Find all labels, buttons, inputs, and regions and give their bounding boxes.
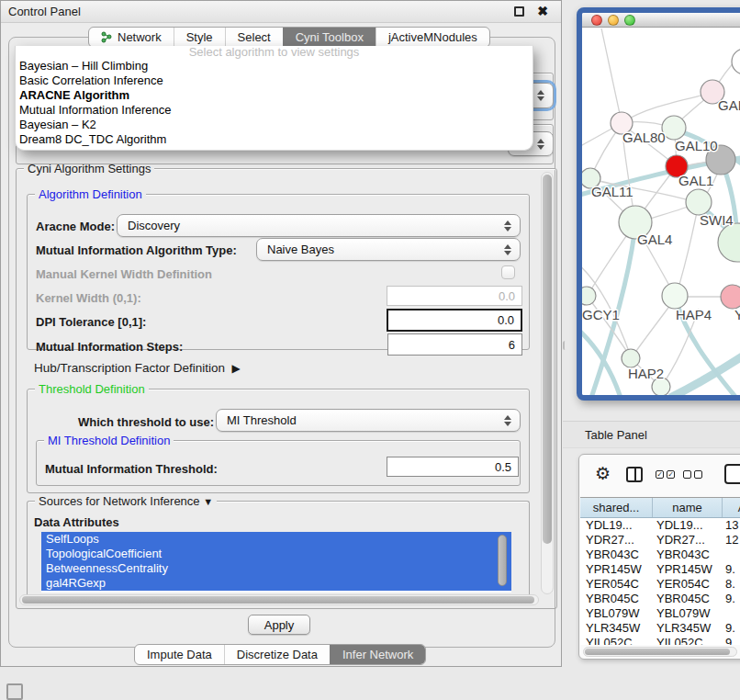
deselect-all-checkbox2-icon[interactable]	[694, 470, 702, 479]
tab-cyni-toolbox[interactable]: Cyni Toolbox	[283, 28, 376, 47]
table-cell: YBL079W	[580, 606, 653, 621]
table-row[interactable]: YPR145WYPR145W9.	[580, 562, 740, 577]
table-cell: YLR345W	[653, 621, 723, 636]
table-cell: YER054C	[653, 577, 723, 592]
network-node[interactable]	[662, 116, 686, 140]
aracne-mode-label: Aracne Mode:	[36, 220, 115, 233]
mi-steps-field[interactable]: 6	[387, 333, 522, 356]
sources-group-title[interactable]: Sources for Network Inference ▼	[35, 494, 217, 508]
tab-discretize-data[interactable]: Discretize Data	[224, 645, 330, 664]
collapsed-panel-icon[interactable]	[6, 683, 23, 700]
table-cell: YDR27...	[653, 533, 723, 548]
combo-arrows-icon	[504, 220, 511, 231]
tab-style[interactable]: Style	[174, 28, 225, 47]
tab-select[interactable]: Select	[225, 28, 283, 47]
float-panel-icon[interactable]	[514, 6, 524, 17]
column-header-shared-name[interactable]: shared...	[580, 498, 653, 517]
table-row[interactable]: YIL052CYIL052C9.	[580, 636, 740, 645]
table-row[interactable]: YBR045CYBR045C9.	[580, 592, 740, 606]
data-attributes-label: Data Attributes	[34, 515, 119, 529]
mi-type-value: Naive Bayes	[267, 243, 334, 256]
manual-kernel-checkbox[interactable]	[501, 265, 515, 279]
network-canvas[interactable]: GALGAL80GAL10GAL1GAL11SWI4GAL4GCY1HAP4YH…	[582, 28, 740, 396]
attribute-list-item[interactable]: TopologicalCoefficient	[41, 547, 511, 561]
mi-threshold-field[interactable]: 0.5	[387, 457, 519, 477]
data-attributes-list[interactable]: SelfLoopsTopologicalCoefficientBetweenne…	[41, 532, 511, 593]
table-row[interactable]: YDR27...YDR27...12	[580, 533, 740, 548]
attribute-list-item[interactable]: BetweennessCentrality	[41, 561, 511, 576]
close-panel-icon[interactable]: ✖	[537, 4, 548, 18]
expand-arrow-icon: ▶	[232, 362, 241, 375]
tab-network-label: Network	[118, 30, 162, 44]
mi-steps-label: Mutual Information Steps:	[36, 340, 183, 354]
attribute-list-item[interactable]: SelfLoops	[41, 532, 511, 547]
network-node[interactable]	[732, 49, 740, 74]
deselect-all-checkbox-icon[interactable]	[683, 470, 691, 479]
dpi-tolerance-field[interactable]: 0.0	[387, 309, 522, 332]
select-all-checkbox-icon[interactable]: ✓	[656, 470, 664, 479]
attribute-list-item[interactable]: gal4RGexp	[41, 576, 511, 591]
export-table-icon[interactable]	[724, 464, 740, 484]
collapse-arrow-icon: ▼	[203, 496, 213, 507]
mi-type-combo[interactable]: Naive Bayes	[256, 238, 521, 261]
table-row[interactable]: YER054CYER054C8.	[580, 577, 740, 592]
tab-impute-data[interactable]: Impute Data	[135, 645, 224, 664]
table-row[interactable]: YBR043CYBR043C	[580, 548, 740, 562]
table-cell: YDL19...	[653, 518, 723, 533]
tab-jactivemnodules[interactable]: jActiveMNodules	[376, 28, 489, 47]
network-node-label: GAL	[718, 97, 740, 113]
which-threshold-combo[interactable]: MI Threshold	[216, 409, 521, 432]
threshold-definition-title: Threshold Definition	[35, 382, 149, 396]
show-columns-icon[interactable]	[626, 467, 643, 482]
apply-button[interactable]: Apply	[248, 615, 310, 635]
network-node[interactable]	[662, 283, 688, 309]
aracne-mode-value: Discovery	[128, 219, 180, 232]
table-cell: YER054C	[580, 577, 653, 592]
manual-kernel-label: Manual Kernel Width Definition	[36, 267, 212, 281]
algorithm-option[interactable]: Bayesian – K2	[16, 118, 533, 132]
network-node-label: GAL11	[591, 184, 633, 199]
table-settings-gear-icon[interactable]: ⚙	[595, 463, 611, 484]
algorithm-option[interactable]: Mutual Information Inference	[16, 103, 533, 118]
table-row[interactable]: YLR345WYLR345W9.	[580, 621, 740, 636]
network-node[interactable]	[582, 287, 596, 305]
combo-arrows-icon	[504, 244, 511, 255]
network-node-label: GAL80	[622, 130, 666, 145]
algorithm-option[interactable]: Bayesian – Hill Climbing	[16, 59, 533, 73]
algorithm-definition-title: Algorithm Definition	[35, 187, 146, 201]
network-node[interactable]	[718, 223, 740, 262]
network-node[interactable]	[686, 189, 712, 215]
table-cell: 9.	[723, 592, 740, 606]
panel-splitter-handle[interactable]	[563, 341, 567, 350]
algorithm-dropdown-hint: Select algorithm to view settings	[16, 46, 533, 59]
select-all-checkbox2-icon[interactable]: ✓	[667, 470, 675, 479]
tab-network[interactable]: Network	[89, 28, 174, 47]
close-window-icon[interactable]	[591, 15, 602, 26]
attributes-list-scrollbar-thumb[interactable]	[498, 535, 507, 586]
zoom-window-icon[interactable]	[624, 15, 635, 26]
table-cell: YDL19...	[580, 518, 653, 533]
table-row[interactable]: YDL19...YDL19...13	[580, 518, 740, 533]
network-window-titlebar[interactable]	[582, 13, 740, 28]
mi-threshold-definition-title: MI Threshold Definition	[44, 434, 174, 447]
kernel-width-field[interactable]: 0.0	[387, 286, 522, 306]
table-hscrollbar-thumb[interactable]	[585, 649, 730, 655]
table-cell: YBR043C	[580, 548, 653, 562]
algorithm-option[interactable]: Dream8 DC_TDC Algorithm	[16, 132, 533, 147]
tab-infer-network[interactable]: Infer Network	[330, 645, 425, 664]
minimize-window-icon[interactable]	[608, 15, 619, 26]
settings-hscrollbar-thumb[interactable]	[22, 596, 534, 604]
network-node-labels: GALGAL80GAL10GAL1GAL11SWI4GAL4GCY1HAP4YH…	[582, 97, 740, 381]
column-header-clipped[interactable]: A	[723, 498, 740, 517]
network-node[interactable]	[721, 285, 740, 309]
bottom-tabbar: Impute Data Discretize Data Infer Networ…	[134, 644, 426, 665]
table-cell: YBR045C	[580, 592, 653, 606]
table-row[interactable]: YBL079WYBL079W	[580, 606, 740, 621]
algorithm-option[interactable]: Basic Correlation Inference	[16, 73, 533, 88]
settings-vscrollbar-thumb[interactable]	[543, 175, 552, 544]
column-header-name[interactable]: name	[653, 498, 723, 517]
network-node[interactable]	[622, 349, 640, 367]
hub-section-label[interactable]: Hub/Transcription Factor Definition ▶	[34, 361, 241, 375]
aracne-mode-combo[interactable]: Discovery	[117, 214, 521, 237]
algorithm-option[interactable]: ARACNE Algorithm	[16, 88, 533, 103]
